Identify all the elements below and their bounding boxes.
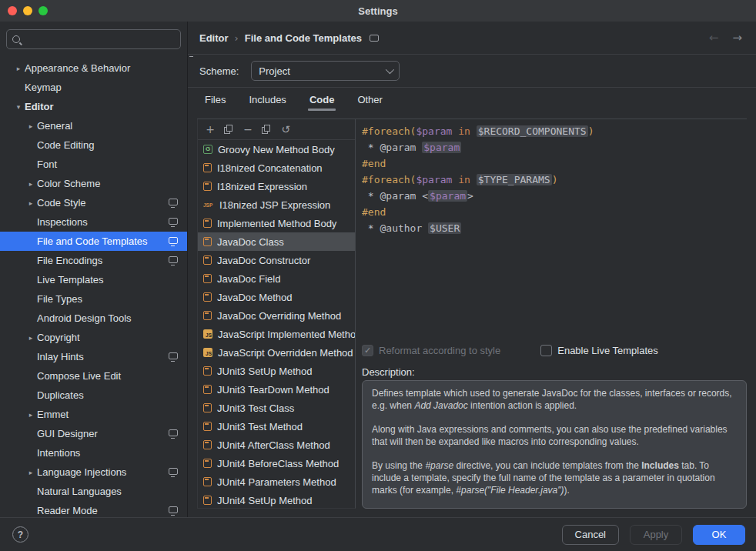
sidebar-item-file-encodings[interactable]: File Encodings [0, 251, 187, 270]
template-item-junit3-setup-method[interactable]: JUnit3 SetUp Method [198, 362, 355, 380]
template-item-i18nized-jsp-expression[interactable]: JSPI18nized JSP Expression [198, 195, 355, 214]
sidebar-item-duplicates[interactable]: Duplicates [0, 386, 187, 405]
sidebar-item-android-design-tools[interactable]: Android Design Tools [0, 309, 187, 328]
template-item-implemented-method-body[interactable]: Implemented Method Body [198, 214, 355, 232]
sidebar-item-label: File Types [37, 293, 82, 305]
template-item-junit4-beforeclass-method[interactable]: JUnit4 BeforeClass Method [198, 454, 355, 473]
template-file-icon [203, 237, 212, 246]
sidebar-item-intentions[interactable]: Intentions [0, 443, 187, 463]
sidebar-item-natural-languages[interactable]: Natural Languages [0, 482, 187, 501]
template-item-junit4-afterclass-method[interactable]: JUnit4 AfterClass Method [198, 436, 355, 454]
sidebar-item-copyright[interactable]: ▸Copyright [0, 328, 187, 347]
close-window-button[interactable] [8, 6, 17, 15]
copy-template-button[interactable] [224, 125, 234, 135]
sidebar-item-live-templates[interactable]: Live Templates [0, 270, 187, 289]
minimize-window-button[interactable] [23, 6, 32, 15]
template-item-junit4-parameters-method[interactable]: JUnit4 Parameters Method [198, 473, 355, 491]
sidebar-item-font[interactable]: Font [0, 155, 187, 174]
template-item-javadoc-method[interactable]: JavaDoc Method [198, 288, 355, 306]
help-button[interactable]: ? [12, 526, 28, 543]
template-item-label: Groovy New Method Body [218, 144, 335, 155]
sidebar-item-gui-designer[interactable]: GUI Designer [0, 424, 187, 443]
sidebar-item-inspections[interactable]: Inspections [0, 212, 187, 232]
chevron-right-icon[interactable]: ▸ [25, 199, 37, 207]
settings-tree: ▸Appearance & BehaviorKeymap▾Editor▸Gene… [0, 54, 187, 517]
template-item-label: JavaDoc Class [217, 236, 284, 248]
sidebar-item-inlay-hints[interactable]: Inlay Hints [0, 347, 187, 366]
template-item-junit3-test-class[interactable]: JUnit3 Test Class [198, 399, 355, 417]
sidebar-item-general[interactable]: ▸General [0, 116, 187, 135]
template-item-javadoc-overriding-method[interactable]: JavaDoc Overriding Method [198, 306, 355, 325]
sidebar-item-code-style[interactable]: ▸Code Style [0, 193, 187, 212]
sidebar-item-editor[interactable]: ▾Editor [0, 97, 187, 116]
sidebar-item-label: Intentions [37, 447, 80, 459]
template-file-icon [203, 496, 212, 505]
sidebar-item-file-types[interactable]: File Types [0, 289, 187, 309]
ok-button[interactable]: OK [693, 525, 745, 545]
template-item-javadoc-constructor[interactable]: JavaDoc Constructor [198, 251, 355, 269]
template-list-toolbar: +−↺ [198, 119, 355, 140]
sidebar-item-color-scheme[interactable]: ▸Color Scheme [0, 174, 187, 193]
tab-code[interactable]: Code [308, 88, 336, 111]
tab-other[interactable]: Other [356, 88, 384, 111]
template-item-junit3-test-method[interactable]: JUnit3 Test Method [198, 417, 355, 436]
scheme-select[interactable]: Project [251, 61, 400, 81]
tab-includes[interactable]: Includes [247, 88, 287, 111]
template-item-junit3-teardown-method[interactable]: JUnit3 TearDown Method [198, 380, 355, 399]
reset-template-button[interactable]: ↺ [280, 123, 291, 135]
cancel-button[interactable]: Cancel [562, 525, 619, 545]
add-template-button[interactable]: + [205, 123, 216, 135]
search-icon [12, 35, 20, 43]
sidebar-item-appearance-behavior[interactable]: ▸Appearance & Behavior [0, 58, 187, 78]
template-editor-panel: #foreach($param in $RECORD_COMPONENTS) *… [356, 119, 747, 509]
sidebar-item-file-and-code-templates[interactable]: File and Code Templates [0, 232, 187, 251]
code-line: * @author $USER [362, 220, 747, 236]
template-file-icon [203, 255, 212, 265]
template-item-i18nized-expression[interactable]: I18nized Expression [198, 177, 355, 195]
template-editor[interactable]: #foreach($param in $RECORD_COMPONENTS) *… [362, 119, 747, 337]
ide-settings-icon [169, 218, 178, 225]
template-tabs: FilesIncludesCodeOther [188, 88, 756, 111]
sidebar-item-label: File and Code Templates [37, 235, 148, 247]
template-item-label: JUnit3 TearDown Method [217, 384, 329, 396]
sidebar-item-label: Android Design Tools [37, 312, 132, 324]
template-item-label: JUnit4 SetUp Method [217, 495, 313, 506]
duplicate-template-button[interactable] [262, 125, 272, 135]
chevron-down-icon[interactable]: ▾ [12, 103, 25, 111]
sidebar-item-label: Font [37, 159, 57, 170]
remove-template-button[interactable]: − [243, 123, 253, 135]
zoom-window-button[interactable] [38, 6, 48, 15]
template-item-javascript-overridden-method[interactable]: JSJavaScript Overridden Method [198, 343, 355, 362]
chevron-right-icon[interactable]: ▸ [25, 334, 37, 342]
sidebar-item-reader-mode[interactable]: Reader Mode [0, 501, 187, 517]
template-item-groovy-new-method-body[interactable]: GGroovy New Method Body [198, 140, 355, 159]
apply-button: Apply [630, 525, 682, 545]
template-file-icon [203, 292, 212, 302]
chevron-right-icon[interactable]: ▸ [25, 122, 37, 130]
template-item-label: I18nized JSP Expression [219, 199, 330, 211]
sidebar-item-keymap[interactable]: Keymap [0, 78, 187, 97]
settings-search-input[interactable] [6, 29, 181, 49]
sidebar-item-language-injections[interactable]: ▸Language Injections [0, 463, 187, 482]
ide-settings-icon [370, 35, 379, 42]
template-item-javascript-implemented-method[interactable]: JSJavaScript Implemented Method [198, 325, 355, 343]
tab-files[interactable]: Files [203, 88, 227, 111]
settings-sidebar: ▸Appearance & BehaviorKeymap▾Editor▸Gene… [0, 22, 188, 517]
enable-live-templates-checkbox[interactable]: Enable Live Templates [540, 345, 658, 356]
sidebar-item-code-editing[interactable]: Code Editing [0, 135, 187, 155]
template-item-i18nized-concatenation[interactable]: I18nized Concatenation [198, 159, 355, 177]
code-line: #foreach($param in $RECORD_COMPONENTS) [362, 123, 747, 139]
back-button[interactable]: ← [709, 31, 719, 45]
template-item-javadoc-field[interactable]: JavaDoc Field [198, 269, 355, 288]
breadcrumb-page-title: File and Code Templates [245, 32, 362, 44]
forward-button[interactable]: → [732, 31, 742, 45]
template-item-junit4-setup-method[interactable]: JUnit4 SetUp Method [198, 491, 355, 508]
sidebar-item-emmet[interactable]: ▸Emmet [0, 405, 187, 424]
breadcrumb-editor[interactable]: Editor [199, 32, 229, 44]
chevron-right-icon[interactable]: ▸ [25, 180, 37, 188]
chevron-right-icon[interactable]: ▸ [12, 65, 25, 72]
sidebar-item-compose-live-edit[interactable]: Compose Live Edit [0, 366, 187, 386]
chevron-right-icon[interactable]: ▸ [25, 411, 37, 419]
template-item-javadoc-class[interactable]: JavaDoc Class [198, 232, 355, 251]
chevron-right-icon[interactable]: ▸ [25, 469, 37, 476]
